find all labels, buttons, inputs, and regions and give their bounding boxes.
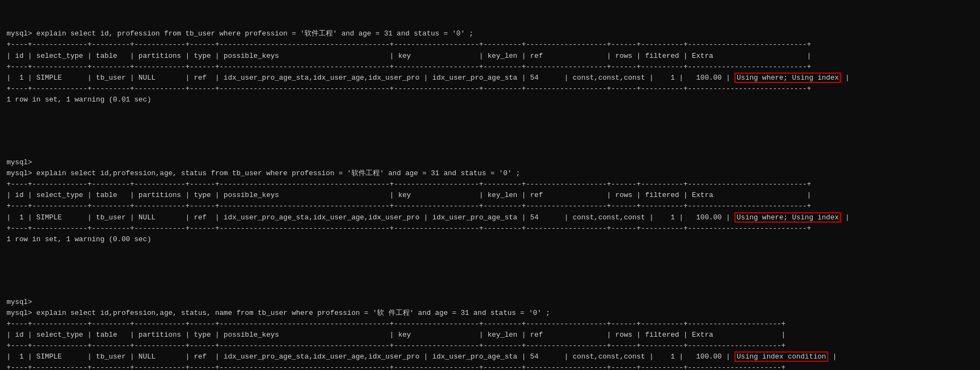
prompt-3b: mysql> explain select id,profession,age,… (7, 309, 550, 317)
extra-highlight-3: Using index condition (734, 351, 828, 362)
query-block-3: mysql> mysql> explain select id,professi… (7, 297, 973, 370)
data-row-2: | 1 | SIMPLE | tb_user | NULL | ref | id… (7, 212, 850, 223)
divider-mid-3: +----+-------------+---------+----------… (7, 342, 786, 350)
result-2: 1 row in set, 1 warning (0.00 sec) (7, 235, 151, 243)
mysql-output: mysql> explain select id, profession fro… (7, 7, 973, 370)
terminal: mysql> explain select id, profession fro… (2, 4, 978, 370)
divider-top-2: +----+-------------+---------+----------… (7, 180, 811, 188)
divider-top-1: +----+-------------+---------+----------… (7, 40, 811, 49)
query-block-1: mysql> explain select id, profession fro… (7, 28, 973, 105)
prompt-3a: mysql> (7, 298, 32, 306)
divider-bot-1: +----+-------------+---------+----------… (7, 85, 811, 93)
divider-top-3: +----+-------------+---------+----------… (7, 320, 786, 328)
divider-mid-2: +----+-------------+---------+----------… (7, 202, 811, 210)
prompt-2b: mysql> explain select id,profession,age,… (7, 169, 520, 177)
result-1: 1 row in set, 1 warning (0.01 sec) (7, 96, 151, 104)
header-2: | id | select_type | table | partitions … (7, 191, 811, 199)
prompt-2a: mysql> (7, 158, 32, 166)
prompt-1: mysql> explain select id, profession fro… (7, 29, 474, 38)
divider-bot-3: +----+-------------+---------+----------… (7, 363, 786, 370)
data-row-3: | 1 | SIMPLE | tb_user | NULL | ref | id… (7, 351, 836, 362)
header-1: | id | select_type | table | partitions … (7, 52, 811, 60)
data-row-1: | 1 | SIMPLE | tb_user | NULL | ref | id… (7, 73, 850, 83)
extra-highlight-2: Using where; Using index (734, 212, 841, 223)
divider-bot-2: +----+-------------+---------+----------… (7, 224, 811, 232)
divider-mid-1: +----+-------------+---------+----------… (7, 63, 811, 71)
query-block-2: mysql> mysql> explain select id,professi… (7, 157, 973, 245)
header-3: | id | select_type | table | partitions … (7, 331, 786, 339)
extra-highlight-1: Using where; Using index (734, 73, 841, 83)
